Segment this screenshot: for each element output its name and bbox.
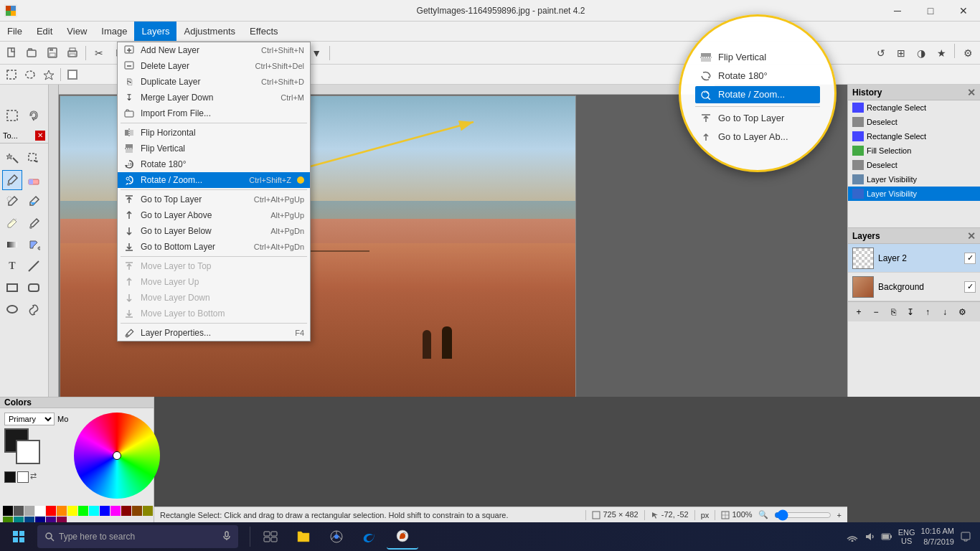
- color-mode-select[interactable]: Primary Secondary: [4, 413, 55, 425]
- menu-merge-down[interactable]: ↧ Merge Layer Down Ctrl+M: [118, 90, 310, 105]
- color-wheel[interactable]: [74, 413, 160, 499]
- taskbar-search[interactable]: Type here to search: [37, 525, 238, 548]
- taskbar-app-chrome[interactable]: [321, 524, 352, 550]
- palette-swatch[interactable]: [89, 506, 99, 516]
- delete-layer-btn[interactable]: −: [868, 304, 884, 320]
- fore-color[interactable]: [4, 471, 16, 483]
- menu-flip-horizontal[interactable]: Flip Horizontal: [118, 125, 310, 141]
- tool-text[interactable]: T: [2, 256, 22, 276]
- palette-swatch[interactable]: [121, 506, 131, 516]
- list-item[interactable]: Fill Selection: [848, 143, 980, 158]
- zoom-in-btn[interactable]: +: [837, 511, 842, 519]
- list-item[interactable]: Layer Visibility: [848, 172, 980, 187]
- tool-close[interactable]: ✕: [35, 131, 45, 141]
- menu-delete-layer[interactable]: Delete Layer Ctrl+Shift+Del: [118, 58, 310, 74]
- menu-effects[interactable]: Effects: [242, 22, 286, 41]
- adjustments-toggle[interactable]: ◑: [912, 44, 930, 62]
- settings-button[interactable]: ⚙: [958, 44, 977, 62]
- tool-freeform[interactable]: [24, 299, 44, 319]
- zoom-out-btn[interactable]: 🔍: [758, 510, 768, 519]
- taskbar-app-edge[interactable]: [354, 524, 385, 550]
- select-lasso-btn[interactable]: [22, 66, 39, 83]
- secondary-color-swatch[interactable]: [16, 440, 40, 464]
- menu-file[interactable]: File: [0, 22, 29, 41]
- cut-button[interactable]: ✂: [90, 44, 108, 62]
- clock-display[interactable]: 10:16 AM 8/7/2019: [921, 526, 954, 548]
- palette-swatch[interactable]: [78, 506, 88, 516]
- tool-paintbrush[interactable]: [2, 170, 22, 190]
- print-button[interactable]: [63, 44, 82, 62]
- palette-swatch[interactable]: [143, 506, 153, 516]
- tool-ellipse[interactable]: [2, 299, 22, 319]
- zoom-slider[interactable]: [774, 509, 831, 521]
- tool-line[interactable]: [24, 256, 44, 276]
- menu-layers[interactable]: Layers: [134, 22, 176, 41]
- tool-pencil[interactable]: [2, 213, 22, 233]
- duplicate-layer-btn[interactable]: ⎘: [885, 304, 901, 320]
- palette-swatch[interactable]: [24, 506, 34, 516]
- menu-go-top-layer[interactable]: Go to Top Layer Ctrl+Alt+PgUp: [118, 192, 310, 207]
- menu-adjustments[interactable]: Adjustments: [176, 22, 242, 41]
- list-item[interactable]: Rectangle Select: [848, 100, 980, 115]
- merge-layer-btn[interactable]: ↧: [903, 304, 918, 320]
- layer-visibility-toggle[interactable]: ✓: [964, 281, 976, 293]
- tool-gradient[interactable]: [2, 235, 22, 255]
- tool-recolor[interactable]: [24, 192, 44, 212]
- select-rect-btn[interactable]: [3, 66, 20, 83]
- palette-swatch[interactable]: [67, 506, 77, 516]
- tool-rect-select[interactable]: [2, 105, 22, 126]
- tool-move-selection[interactable]: [24, 149, 44, 169]
- list-item[interactable]: Deselect: [848, 115, 980, 129]
- open-button[interactable]: [23, 44, 42, 62]
- layers-close[interactable]: ✕: [967, 230, 976, 242]
- palette-swatch[interactable]: [132, 506, 142, 516]
- select-magic-btn[interactable]: [40, 66, 57, 83]
- palette-swatch[interactable]: [100, 506, 110, 516]
- layer-properties-btn[interactable]: ⚙: [954, 304, 970, 320]
- menu-rotate180[interactable]: 180 Rotate 180°: [118, 156, 310, 172]
- palette-swatch[interactable]: [110, 506, 121, 516]
- swap-colors[interactable]: ⇄: [30, 471, 37, 483]
- layer-up-btn[interactable]: ↑: [920, 304, 936, 320]
- palette-swatch[interactable]: [3, 506, 13, 516]
- new-button[interactable]: [3, 44, 22, 62]
- notification-icon[interactable]: [960, 531, 971, 542]
- menu-image[interactable]: Image: [94, 22, 134, 41]
- list-item[interactable]: Deselect: [848, 158, 980, 172]
- start-button[interactable]: [3, 524, 34, 550]
- tool-rounded-rect[interactable]: [24, 278, 44, 298]
- layer-visibility-toggle[interactable]: ✓: [964, 253, 976, 264]
- layer-item[interactable]: Layer 2 ✓: [848, 244, 980, 273]
- tool-magic-wand[interactable]: [2, 149, 22, 169]
- menu-flip-vertical[interactable]: Flip Vertical: [118, 141, 310, 156]
- menu-add-new-layer[interactable]: Add New Layer Ctrl+Shift+N: [118, 42, 310, 58]
- menu-layer-properties[interactable]: Layer Properties... F4: [118, 325, 310, 341]
- layers-toggle-btn[interactable]: ⊞: [892, 44, 910, 62]
- list-item[interactable]: Rectangle Select: [848, 129, 980, 143]
- menu-go-layer-above[interactable]: Go to Layer Above Alt+PgUp: [118, 207, 310, 223]
- add-layer-btn[interactable]: +: [851, 304, 867, 320]
- menu-rotate-zoom[interactable]: Rotate / Zoom... Ctrl+Shift+Z: [118, 172, 310, 188]
- color-wheel-container[interactable]: [74, 413, 160, 499]
- palette-swatch[interactable]: [14, 506, 24, 516]
- menu-duplicate-layer[interactable]: ⎘ Duplicate Layer Ctrl+Shift+D: [118, 74, 310, 90]
- menu-go-layer-below[interactable]: Go to Layer Below Alt+PgDn: [118, 223, 310, 239]
- tool-rectangle[interactable]: [2, 278, 22, 298]
- history-close[interactable]: ✕: [967, 87, 976, 98]
- tool-lasso-select[interactable]: [24, 105, 44, 126]
- taskbar-app-taskview[interactable]: [255, 524, 286, 550]
- list-item[interactable]: Layer Visibility: [848, 187, 980, 201]
- layer-down-btn[interactable]: ↓: [937, 304, 953, 320]
- taskbar-app-paintnet[interactable]: [387, 524, 418, 550]
- palette-swatch[interactable]: [46, 506, 56, 516]
- save-button[interactable]: [43, 44, 62, 62]
- tool-color-picker[interactable]: [24, 213, 44, 233]
- selection-invert[interactable]: [64, 66, 81, 83]
- tool-eraser[interactable]: [24, 170, 44, 190]
- menu-import-file[interactable]: Import From File...: [118, 105, 310, 121]
- tool-clone[interactable]: [2, 192, 22, 212]
- effects-toggle[interactable]: ★: [932, 44, 951, 62]
- history-btn[interactable]: ↺: [872, 44, 890, 62]
- layer-item[interactable]: Background ✓: [848, 273, 980, 301]
- minimize-button[interactable]: ─: [881, 0, 914, 22]
